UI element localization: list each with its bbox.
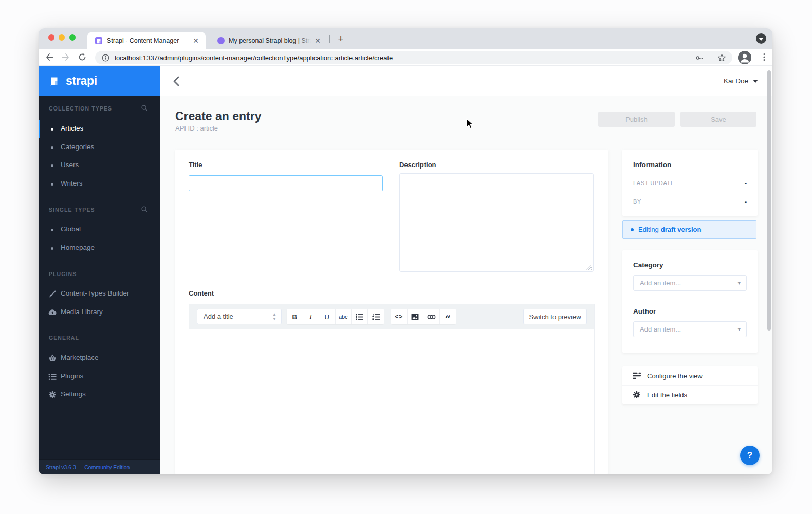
zoom-window-button[interactable] bbox=[69, 34, 76, 41]
title-input[interactable] bbox=[189, 175, 383, 191]
select-stepper-icon: ▲▼ bbox=[272, 312, 276, 321]
search-icon[interactable] bbox=[141, 104, 148, 112]
sidebar-item-users[interactable]: Users bbox=[39, 160, 160, 172]
page-subtitle: API ID : article bbox=[175, 124, 218, 132]
address-bar[interactable]: localhost:1337/admin/plugins/content-man… bbox=[95, 51, 732, 64]
draft-bold: draft version bbox=[661, 226, 702, 233]
back-icon[interactable] bbox=[45, 52, 54, 62]
sidebar-item-homepage[interactable]: Homepage bbox=[39, 243, 160, 254]
user-menu[interactable]: Kai Doe bbox=[724, 66, 758, 96]
ordered-list-icon bbox=[372, 314, 380, 320]
close-window-button[interactable] bbox=[48, 34, 54, 41]
search-icon[interactable] bbox=[141, 206, 148, 213]
underline-button[interactable]: U bbox=[319, 309, 336, 324]
section-collection-types: COLLECTION TYPES bbox=[49, 105, 112, 113]
heading-select[interactable]: Add a title ▲▼ bbox=[197, 309, 282, 324]
configure-view-link[interactable]: Configure the view bbox=[622, 366, 758, 385]
switch-to-preview-button[interactable]: Switch to preview bbox=[523, 309, 587, 324]
list-icon bbox=[48, 373, 57, 381]
save-button[interactable]: Save bbox=[680, 112, 756, 127]
sidebar-item-categories[interactable]: Categories bbox=[39, 142, 160, 154]
browser-window: Strapi - Content Manager ✕ My personal S… bbox=[39, 28, 772, 474]
publish-button[interactable]: Publish bbox=[598, 112, 675, 127]
strapi-favicon-icon bbox=[95, 36, 103, 45]
editor-toolbar: Add a title ▲▼ B I U abc bbox=[189, 304, 594, 329]
basket-icon bbox=[48, 354, 57, 362]
configure-view-icon bbox=[633, 372, 641, 380]
category-select[interactable]: Add an item... ▾ bbox=[633, 275, 747, 291]
link-icon bbox=[427, 315, 436, 319]
information-title: Information bbox=[633, 161, 671, 169]
section-single-types: SINGLE TYPES bbox=[49, 207, 95, 214]
editor-body[interactable] bbox=[189, 329, 594, 474]
topbar-divider bbox=[194, 66, 194, 96]
entry-form-card: Title Description Content Add a title ▲▼… bbox=[175, 150, 608, 474]
strapi-logo-header[interactable]: strapi bbox=[39, 66, 160, 96]
tab-close-icon[interactable]: ✕ bbox=[313, 36, 322, 45]
admin-top-bar: Kai Doe bbox=[160, 66, 772, 96]
url-text: localhost:1337/admin/plugins/content-man… bbox=[115, 54, 695, 62]
paintbrush-icon bbox=[48, 290, 57, 298]
bold-button[interactable]: B bbox=[287, 309, 303, 324]
gear-icon bbox=[633, 391, 641, 399]
strapi-admin-app: strapi COLLECTION TYPES Articles Categor… bbox=[39, 66, 772, 474]
tab-strapi-content-manager[interactable]: Strapi - Content Manager ✕ bbox=[87, 32, 206, 49]
site-info-icon[interactable] bbox=[102, 54, 109, 62]
strapi-version-footer[interactable]: Strapi v3.6.3 — Community Edition bbox=[39, 459, 160, 474]
blog-favicon-icon bbox=[217, 37, 225, 44]
information-card: Information LAST UPDATE - BY - bbox=[622, 150, 758, 216]
link-button[interactable] bbox=[423, 309, 440, 324]
browser-menu-icon[interactable] bbox=[760, 52, 768, 62]
cloud-upload-icon bbox=[48, 308, 57, 317]
tab-search-button[interactable] bbox=[756, 33, 766, 44]
new-tab-button[interactable]: + bbox=[335, 33, 346, 45]
browser-profile-avatar[interactable] bbox=[738, 51, 751, 64]
by-label: BY bbox=[633, 198, 641, 205]
tab-title: My personal Strapi blog | Strap bbox=[229, 37, 311, 44]
sidebar-item-marketplace[interactable]: Marketplace bbox=[39, 353, 160, 364]
sidebar-item-plugins[interactable]: Plugins bbox=[39, 372, 160, 383]
image-button[interactable] bbox=[408, 309, 424, 324]
vertical-scrollbar[interactable] bbox=[767, 70, 771, 331]
help-button[interactable]: ? bbox=[740, 446, 760, 465]
sidebar-item-writers[interactable]: Writers bbox=[39, 179, 160, 190]
title-field-label: Title bbox=[189, 161, 202, 169]
bookmark-star-icon[interactable] bbox=[717, 53, 726, 62]
browser-tabstrip: Strapi - Content Manager ✕ My personal S… bbox=[39, 28, 772, 49]
tab-personal-blog[interactable]: My personal Strapi blog | Strap ✕ bbox=[209, 32, 327, 49]
draft-version-banner: Editing draft version bbox=[622, 220, 756, 239]
reload-icon[interactable] bbox=[78, 52, 87, 62]
tab-separator bbox=[329, 35, 330, 43]
tab-title: Strapi - Content Manager bbox=[107, 37, 189, 44]
italic-button[interactable]: I bbox=[303, 309, 320, 324]
sidebar-item-articles[interactable]: Articles bbox=[39, 124, 160, 135]
image-icon bbox=[411, 314, 419, 320]
code-button[interactable]: <> bbox=[391, 309, 408, 324]
sidebar-item-global[interactable]: Global bbox=[39, 225, 160, 236]
minimize-window-button[interactable] bbox=[59, 34, 65, 41]
browser-toolbar: localhost:1337/admin/plugins/content-man… bbox=[39, 49, 772, 66]
back-chevron-icon[interactable] bbox=[170, 75, 184, 88]
password-key-icon[interactable] bbox=[695, 53, 704, 62]
insert-button-group: <> bbox=[391, 309, 456, 324]
bullet-icon bbox=[51, 183, 53, 186]
gear-icon bbox=[48, 391, 57, 399]
forward-icon[interactable] bbox=[61, 52, 70, 62]
bullet-icon bbox=[51, 146, 53, 149]
sidebar-item-media-library[interactable]: Media Library bbox=[39, 307, 160, 319]
page-title: Create an entry bbox=[175, 109, 261, 123]
ordered-list-button[interactable] bbox=[368, 309, 384, 324]
sidebar-item-settings[interactable]: Settings bbox=[39, 390, 160, 401]
section-general: GENERAL bbox=[49, 335, 79, 342]
edit-fields-link[interactable]: Edit the fields bbox=[622, 386, 758, 404]
tab-close-icon[interactable]: ✕ bbox=[191, 36, 200, 45]
sidebar-nav: COLLECTION TYPES Articles Categories Use… bbox=[39, 96, 160, 459]
sidebar-item-content-types-builder[interactable]: Content-Types Builder bbox=[39, 289, 160, 300]
quote-button[interactable]: “ bbox=[440, 309, 456, 324]
content-area: Kai Doe Create an entry API ID : article… bbox=[160, 66, 772, 474]
unordered-list-button[interactable] bbox=[352, 309, 368, 324]
strikethrough-button[interactable]: abc bbox=[336, 309, 352, 324]
description-textarea[interactable] bbox=[399, 173, 594, 272]
author-select[interactable]: Add an item... ▾ bbox=[633, 321, 747, 337]
chevron-down-icon bbox=[759, 38, 764, 41]
